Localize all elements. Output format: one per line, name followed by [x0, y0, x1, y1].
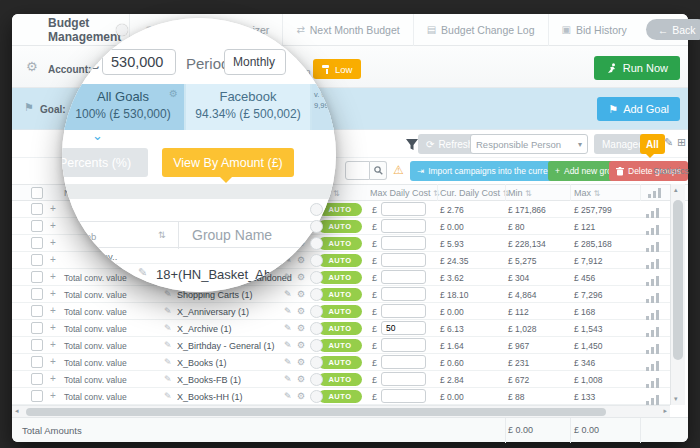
max-daily-cost-input[interactable] — [381, 304, 426, 318]
row-checkbox[interactable] — [31, 305, 43, 317]
row-checkbox[interactable] — [31, 203, 43, 215]
max-daily-cost-input[interactable] — [381, 202, 426, 216]
row-checkbox[interactable] — [31, 356, 43, 368]
edit-group-icon[interactable]: ✎ — [284, 306, 292, 316]
vertical-scroll-thumb[interactable] — [673, 200, 683, 360]
expand-row-icon[interactable]: + — [50, 339, 56, 350]
vertical-scrollbar[interactable]: ▴ ▾ — [670, 184, 685, 405]
expand-row-icon[interactable]: + — [50, 288, 56, 299]
expand-row-icon[interactable]: + — [50, 322, 56, 333]
percents-view-button[interactable]: Percents (%) — [62, 148, 148, 177]
group-settings-icon[interactable]: ⚙ — [297, 255, 305, 265]
row-checkbox[interactable] — [31, 271, 43, 283]
run-now-button[interactable]: Run Now — [594, 56, 680, 80]
mode-toggle[interactable]: AUTO — [310, 203, 362, 216]
mode-toggle[interactable]: AUTO — [310, 322, 362, 335]
mode-toggle[interactable]: AUTO — [310, 237, 362, 250]
group-settings-icon[interactable]: ⚙ — [297, 323, 305, 333]
group-settings-icon[interactable]: ⚙ — [297, 340, 305, 350]
back-button[interactable]: ← Back — [646, 19, 700, 40]
tab-facebook[interactable]: Facebook 94.34% (£ 500,002) — [186, 84, 310, 130]
edit-group-icon[interactable]: ✎ — [284, 340, 292, 350]
settings-gear-icon[interactable]: ⚙ — [26, 59, 38, 74]
edit-pencil-icon[interactable]: ✎ — [664, 136, 673, 149]
max-daily-cost-input[interactable] — [381, 321, 426, 335]
menu-item-bid-history[interactable]: ▣ Bid History — [548, 14, 640, 46]
search-icon[interactable] — [370, 161, 387, 180]
max-daily-cost-input[interactable] — [381, 338, 426, 352]
expand-row-icon[interactable]: + — [50, 203, 56, 214]
group-settings-icon[interactable]: ⚙ — [297, 272, 305, 282]
max-daily-cost-input[interactable] — [381, 253, 426, 267]
edit-group-icon[interactable]: ✎ — [284, 289, 292, 299]
period-input[interactable] — [224, 49, 286, 75]
menu-item-budget-change-log[interactable]: ▤ Budget Change Log — [413, 14, 548, 46]
select-all-checkbox[interactable] — [31, 187, 43, 199]
expand-row-icon[interactable]: + — [50, 373, 56, 384]
max-daily-cost-input[interactable] — [381, 389, 426, 403]
row-checkbox[interactable] — [31, 339, 43, 351]
add-goal-button[interactable]: ⚑ Add Goal — [597, 97, 680, 121]
group-settings-icon[interactable]: ⚙ — [297, 391, 305, 401]
expand-row-icon[interactable]: + — [50, 271, 56, 282]
edit-group-icon[interactable]: ✎ — [284, 374, 292, 384]
max-daily-cost-input[interactable] — [381, 219, 426, 233]
expand-row-icon[interactable]: + — [50, 254, 56, 265]
mode-toggle[interactable]: AUTO — [310, 254, 362, 267]
scroll-up-icon[interactable]: ▴ — [674, 186, 678, 194]
group-settings-icon[interactable]: ⚙ — [297, 374, 305, 384]
edit-group-icon[interactable]: ✎ — [284, 391, 292, 401]
low-button[interactable]: Low — [313, 59, 361, 79]
tab-all-goals[interactable]: All Goals 100% (£ 530,000) ⚙ — [62, 84, 184, 130]
max-daily-cost-input[interactable] — [381, 355, 426, 369]
export-excel-icon[interactable]: ⊞ — [677, 136, 686, 149]
mode-toggle[interactable]: AUTO — [310, 271, 362, 284]
max-daily-cost-input[interactable] — [381, 270, 426, 284]
row-checkbox[interactable] — [31, 322, 43, 334]
horizontal-scrollbar[interactable]: ◂ ▸ — [12, 405, 670, 417]
expand-row-icon[interactable]: + — [50, 390, 56, 401]
row-checkbox[interactable] — [31, 237, 43, 249]
mode-toggle[interactable]: AUTO — [310, 305, 362, 318]
row-checkbox[interactable] — [31, 220, 43, 232]
col-header-max-daily-cost[interactable]: Max Daily Cost ⇅ — [370, 188, 440, 198]
expand-row-icon[interactable]: + — [50, 220, 56, 231]
col-header-min[interactable]: Min ⇅ — [508, 188, 532, 198]
group-settings-icon[interactable]: ⚙ — [297, 357, 305, 367]
menu-item-next-month-budget[interactable]: ⇄ Next Month Budget — [282, 14, 412, 46]
budget-amount-input[interactable] — [102, 49, 176, 75]
scroll-down-icon[interactable]: ▾ — [674, 395, 678, 403]
scroll-left-icon[interactable]: ◂ — [15, 407, 19, 415]
mode-toggle[interactable]: AUTO — [310, 356, 362, 369]
edit-group-icon[interactable]: ✎ — [284, 323, 292, 333]
group-settings-icon[interactable]: ⚙ — [297, 289, 305, 299]
max-daily-cost-input[interactable] — [381, 287, 426, 301]
expand-row-icon[interactable]: + — [50, 356, 56, 367]
row-checkbox[interactable] — [31, 288, 43, 300]
col-header-cur-daily-cost[interactable]: Cur. Daily Cost ⇅ — [440, 188, 509, 198]
view-by-amount-button[interactable]: View By Amount (£) — [162, 148, 294, 177]
expand-row-icon[interactable]: + — [50, 305, 56, 316]
mode-toggle[interactable]: AUTO — [310, 220, 362, 233]
max-daily-cost-input[interactable] — [381, 372, 426, 386]
tab-gear-icon[interactable]: ⚙ — [169, 88, 178, 99]
responsible-person-select[interactable]: Responsible Person ▾ — [470, 134, 588, 154]
mode-toggle[interactable]: AUTO — [310, 390, 362, 403]
mode-toggle[interactable]: AUTO — [310, 373, 362, 386]
expand-row-icon[interactable]: + — [50, 237, 56, 248]
mode-toggle[interactable]: AUTO — [310, 288, 362, 301]
edit-group-icon[interactable]: ✎ — [284, 272, 292, 282]
horizontal-scroll-thumb[interactable] — [26, 408, 606, 416]
filter-funnel-icon[interactable] — [406, 137, 418, 155]
row-checkbox[interactable] — [31, 254, 43, 266]
col-header-max[interactable]: Max ⇅ — [574, 188, 600, 198]
edit-group-icon[interactable]: ✎ — [284, 357, 292, 367]
mode-toggle[interactable]: AUTO — [310, 339, 362, 352]
scroll-right-icon[interactable]: ▸ — [663, 407, 667, 415]
group-settings-icon[interactable]: ⚙ — [297, 306, 305, 316]
row-checkbox[interactable] — [31, 390, 43, 402]
search-input[interactable] — [345, 161, 370, 180]
row-checkbox[interactable] — [31, 373, 43, 385]
all-filter-button[interactable]: All — [640, 134, 665, 154]
max-daily-cost-input[interactable] — [381, 236, 426, 250]
